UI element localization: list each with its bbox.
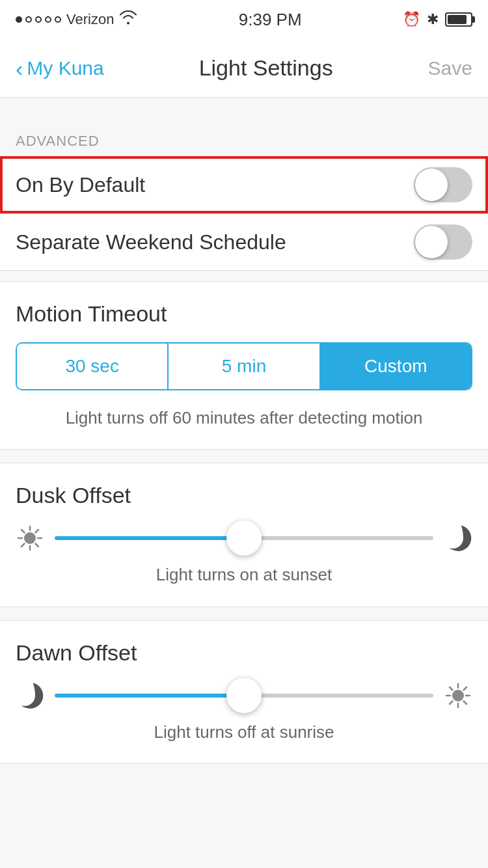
back-chevron-icon: ‹ — [16, 57, 23, 79]
wifi-icon — [119, 10, 137, 29]
motion-timeout-segmented: 30 sec 5 min Custom — [16, 342, 472, 390]
svg-line-5 — [21, 530, 25, 533]
motion-timeout-section: Motion Timeout 30 sec 5 min Custom Light… — [0, 281, 488, 450]
toggle-knob — [415, 169, 448, 201]
dawn-offset-title: Dawn Offset — [16, 640, 472, 666]
svg-line-16 — [464, 687, 467, 690]
advanced-header: ADVANCED — [0, 124, 488, 156]
status-right: ⏰ ✱ — [403, 11, 472, 28]
dawn-offset-helper: Light turns off at sunrise — [16, 720, 472, 744]
gap-3 — [0, 450, 488, 461]
nav-bar: ‹ My Kuna Light Settings Save — [0, 39, 488, 98]
battery-icon — [445, 12, 472, 27]
on-by-default-row: On By Default — [0, 156, 488, 213]
advanced-header-text: ADVANCED — [16, 133, 100, 149]
dawn-slider-thumb[interactable] — [226, 678, 262, 713]
signal-dots — [16, 16, 61, 23]
motion-timeout-title: Motion Timeout — [16, 301, 472, 327]
back-label: My Kuna — [27, 57, 103, 79]
dusk-slider-row — [16, 524, 472, 552]
dot-3 — [35, 16, 42, 23]
svg-line-8 — [21, 544, 25, 547]
svg-line-7 — [36, 530, 39, 533]
svg-point-0 — [24, 532, 36, 544]
dot-5 — [55, 16, 61, 23]
separate-weekend-toggle[interactable] — [414, 224, 472, 260]
svg-line-14 — [450, 687, 453, 690]
dusk-offset-title: Dusk Offset — [16, 483, 472, 508]
alarm-icon: ⏰ — [403, 11, 420, 28]
sun-icon-dusk — [16, 524, 44, 552]
svg-line-6 — [36, 544, 39, 547]
save-button[interactable]: Save — [428, 57, 472, 79]
dawn-slider-row — [16, 681, 472, 710]
motion-timeout-helper: Light turns off 60 minutes after detecti… — [16, 406, 472, 429]
top-spacer — [0, 98, 488, 124]
svg-line-15 — [464, 701, 467, 704]
moon-icon-dusk — [444, 524, 472, 552]
on-by-default-toggle[interactable] — [414, 167, 472, 202]
separate-weekend-row: Separate Weekend Schedule — [0, 213, 488, 271]
seg-custom[interactable]: Custom — [321, 344, 471, 389]
bottom-spacer — [0, 764, 488, 790]
status-time: 9:39 PM — [239, 10, 302, 30]
dawn-slider-track-container[interactable] — [55, 694, 433, 698]
seg-5min-label: 5 min — [222, 356, 266, 377]
nav-title: Light Settings — [199, 55, 333, 81]
back-button[interactable]: ‹ My Kuna — [16, 57, 104, 79]
dot-2 — [25, 16, 32, 23]
status-bar: Verizon 9:39 PM ⏰ ✱ — [0, 0, 488, 39]
sun-icon-dawn — [444, 681, 472, 710]
dawn-offset-section: Dawn Offset Light — [0, 620, 488, 764]
status-left: Verizon — [16, 10, 137, 29]
separate-weekend-label: Separate Weekend Schedule — [16, 230, 286, 254]
svg-point-9 — [452, 690, 464, 701]
separate-weekend-knob — [415, 226, 448, 258]
dusk-offset-section: Dusk Offset Light — [0, 463, 488, 606]
seg-custom-label: Custom — [364, 356, 427, 377]
seg-30sec-label: 30 sec — [65, 356, 119, 377]
dusk-offset-helper: Light turns on at sunset — [16, 563, 472, 586]
seg-5min[interactable]: 5 min — [169, 344, 320, 389]
gap-2 — [0, 272, 488, 281]
on-by-default-label: On By Default — [16, 173, 145, 197]
dusk-slider-thumb[interactable] — [226, 521, 262, 556]
gap-4 — [0, 607, 488, 619]
carrier-label: Verizon — [66, 11, 114, 28]
bluetooth-icon: ✱ — [427, 11, 439, 28]
seg-30sec[interactable]: 30 sec — [17, 344, 169, 389]
dot-1 — [16, 16, 22, 23]
moon-icon-dawn — [16, 681, 44, 710]
dusk-slider-track-container[interactable] — [55, 536, 433, 540]
content: ADVANCED On By Default Separate Weekend … — [0, 98, 488, 790]
svg-line-17 — [450, 701, 453, 704]
battery-fill — [448, 15, 467, 24]
dot-4 — [45, 16, 51, 23]
